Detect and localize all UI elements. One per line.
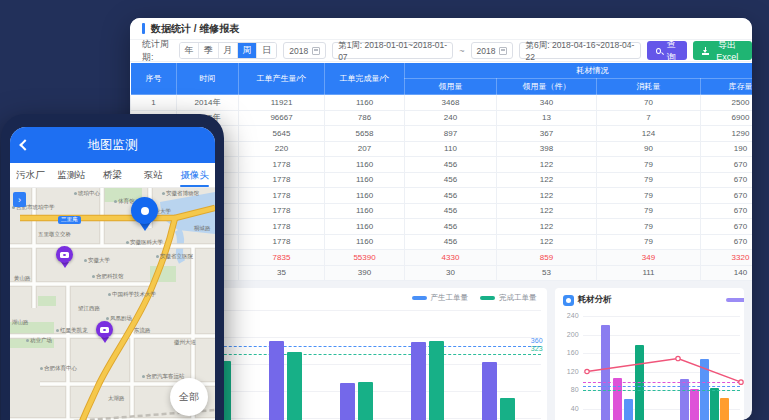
group-header: 耗材情况 xyxy=(405,63,753,79)
sub-column-header: 领用量（件） xyxy=(497,79,597,95)
map-label: 东流路 xyxy=(134,328,151,334)
reference-line xyxy=(583,382,740,383)
breadcrumb-accent xyxy=(142,23,145,34)
phone-tab-泵站[interactable]: 泵站 xyxy=(133,163,174,187)
bar-产生工单量[interactable] xyxy=(269,341,284,420)
column-header: 工单产生量/个 xyxy=(239,63,325,95)
map-label: 三里庵 xyxy=(58,216,81,224)
map-view[interactable]: › 全部 琥珀中心体育馆安徽农业大学安徽省博物馆合肥市琥珀中学五里墩立交桥三里庵… xyxy=(10,188,215,420)
year-start-select[interactable]: 2018 xyxy=(283,42,326,59)
calendar-icon xyxy=(499,47,507,55)
sub-column-header: 领用量 xyxy=(405,79,497,95)
map-label: 安徽医科大学 xyxy=(126,240,163,246)
reference-line-label: 323 xyxy=(531,345,543,352)
phone-tab-污水厂[interactable]: 污水厂 xyxy=(10,163,51,187)
year-end-select[interactable]: 2018 xyxy=(471,42,514,59)
back-icon[interactable] xyxy=(19,139,30,150)
y-axis-tick: 80 xyxy=(561,386,579,393)
column-header: 时间 xyxy=(177,63,239,95)
phone-tab-桥梁[interactable]: 桥梁 xyxy=(92,163,133,187)
filter-bar: 统计周期: 年季月周日 2018 第1周: 2018-01-01~2018-01… xyxy=(130,40,752,62)
calendar-icon xyxy=(312,47,320,55)
map-label: 劝业广场 xyxy=(26,338,52,344)
map-label: 中国科学技术大学 xyxy=(108,292,156,298)
bar-完成工单量[interactable] xyxy=(429,341,444,420)
y-axis-tick: 160 xyxy=(561,349,579,356)
chart-legend: 产生工单量完成工单量 xyxy=(412,293,537,303)
consumables-chart: 耗材分析 2402001601208040 xyxy=(555,288,744,420)
consumable-bar[interactable] xyxy=(720,398,729,420)
consumable-bar[interactable] xyxy=(601,325,610,420)
map-label: 黄山路 xyxy=(14,276,31,282)
phone-tab-摄像头[interactable]: 摄像头 xyxy=(174,163,215,187)
gridline xyxy=(583,316,740,317)
consumable-bar[interactable] xyxy=(624,399,633,420)
bar-完成工单量[interactable] xyxy=(500,398,515,420)
sub-column-header: 消耗量 xyxy=(597,79,701,95)
map-label: 湖山路 xyxy=(12,320,29,326)
legend-fragment xyxy=(726,298,744,302)
period-option-3[interactable]: 月 xyxy=(219,43,238,58)
y-axis-tick: 40 xyxy=(561,405,579,412)
reference-line xyxy=(583,386,740,387)
period-option-4[interactable]: 周 xyxy=(238,43,257,58)
pie-chart-icon xyxy=(563,295,574,306)
map-label: 徽州大道 xyxy=(174,340,196,346)
sub-column-header: 库存量 xyxy=(701,79,753,95)
consumable-bar[interactable] xyxy=(700,359,709,420)
map-label: 安徽大学 xyxy=(84,258,110,264)
column-header: 序号 xyxy=(131,63,177,95)
year-end-value: 2018 xyxy=(477,46,496,56)
week-start-input[interactable]: 第1周: 2018-01-01~2018-01-07 xyxy=(332,42,453,59)
reference-line xyxy=(583,390,740,391)
camera-marker[interactable] xyxy=(96,321,113,343)
y-axis-tick: 240 xyxy=(561,312,579,319)
bar-产生工单量[interactable] xyxy=(482,362,497,420)
map-label: 望江西路 xyxy=(78,306,100,312)
phone-page-title: 地图监测 xyxy=(88,137,138,154)
map-label: 桐城路 xyxy=(194,226,211,232)
range-separator: ~ xyxy=(459,46,464,56)
consumable-bar[interactable] xyxy=(710,388,719,420)
legend-swatch xyxy=(412,296,427,300)
bar-产生工单量[interactable] xyxy=(411,342,426,420)
phone-mockup: 地图监测 污水厂监测站桥梁泵站摄像头 xyxy=(1,114,224,420)
y-axis-tick: 200 xyxy=(561,331,579,338)
phone-tab-监测站[interactable]: 监测站 xyxy=(51,163,92,187)
chart-title: 耗材分析 xyxy=(578,294,612,306)
map-label: 合肥汽车客运站 xyxy=(142,374,185,380)
period-label: 统计周期: xyxy=(142,38,173,64)
show-all-button[interactable]: 全部 xyxy=(170,378,208,416)
phone-header: 地图监测 xyxy=(10,127,215,163)
legend-item[interactable]: 产生工单量 xyxy=(412,293,469,303)
period-option-5[interactable]: 日 xyxy=(257,43,276,58)
bar-产生工单量[interactable] xyxy=(340,383,355,420)
bar-完成工单量[interactable] xyxy=(358,382,373,420)
consumable-bar[interactable] xyxy=(690,389,699,420)
map-label: 红星美凯龙 xyxy=(56,328,88,334)
phone-tab-bar: 污水厂监测站桥梁泵站摄像头 xyxy=(10,163,215,188)
period-option-1[interactable]: 年 xyxy=(180,43,199,58)
map-expand-button[interactable]: › xyxy=(13,192,26,207)
map-label: 琥珀中心 xyxy=(74,191,100,197)
map-label: 安徽省博物馆 xyxy=(162,191,199,197)
bar-完成工单量[interactable] xyxy=(287,352,302,420)
period-option-2[interactable]: 季 xyxy=(199,43,218,58)
legend-item[interactable]: 完成工单量 xyxy=(480,293,537,303)
year-start-value: 2018 xyxy=(289,46,308,56)
download-icon xyxy=(702,47,708,55)
map-label: 合肥科技馆 xyxy=(92,274,124,280)
map-label: 合肥体育中心 xyxy=(40,366,77,372)
week-end-input[interactable]: 第6周: 2018-04-16~2018-04-22 xyxy=(519,42,640,59)
breadcrumb-bar: 数据统计 / 维修报表 xyxy=(130,18,752,40)
export-excel-button[interactable]: 导出Excel xyxy=(693,41,752,60)
selected-location-pin[interactable] xyxy=(131,197,158,231)
table-row: 12014年1192111603468340702500 xyxy=(131,95,753,111)
reference-line-label: 360 xyxy=(531,337,543,344)
legend-swatch xyxy=(480,296,495,300)
consumable-bar[interactable] xyxy=(613,378,622,420)
map-label: 太湖路 xyxy=(108,396,125,402)
camera-marker[interactable] xyxy=(56,246,73,268)
column-header: 工单完成量/个 xyxy=(325,63,405,95)
query-button[interactable]: 查询 xyxy=(647,41,687,60)
